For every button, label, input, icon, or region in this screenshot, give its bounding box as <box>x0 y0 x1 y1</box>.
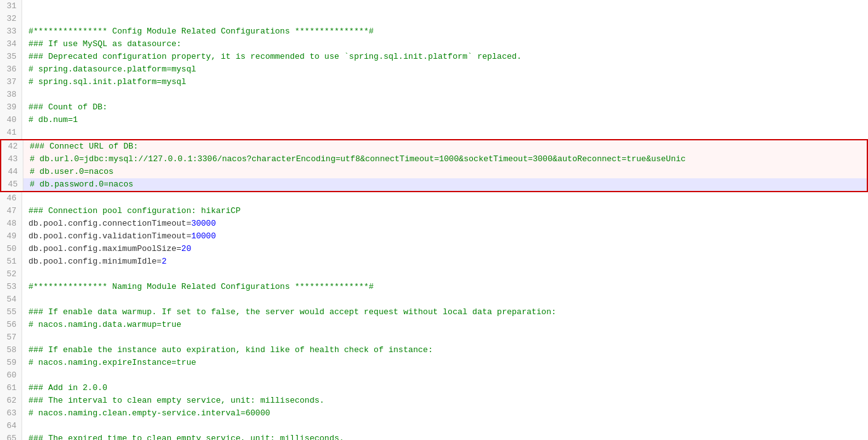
line-number: 55 <box>0 306 22 319</box>
line-text: # spring.datasource.platform=mysql <box>22 63 868 76</box>
line-number: 48 <box>0 217 22 230</box>
line-text <box>22 13 868 25</box>
line-text <box>22 0 868 13</box>
code-line[interactable]: 54 <box>0 293 868 306</box>
code-line[interactable]: 56# nacos.naming.data.warmup=true <box>0 319 868 331</box>
line-text: #*************** Naming Module Related C… <box>22 281 868 293</box>
code-line[interactable]: 35### Deprecated configuration property,… <box>0 51 868 63</box>
line-number: 37 <box>0 76 22 89</box>
line-text <box>22 192 868 205</box>
line-text <box>22 293 868 306</box>
code-line[interactable]: 32 <box>0 13 868 25</box>
line-text: # nacos.naming.expireInstance=true <box>22 357 868 369</box>
code-line[interactable]: 46 <box>0 192 868 205</box>
code-line[interactable]: 42### Connect URL of DB: <box>0 139 868 153</box>
line-number: 38 <box>0 89 22 101</box>
line-number: 65 <box>0 432 22 440</box>
code-line[interactable]: 50db.pool.config.maximumPoolSize=20 <box>0 243 868 255</box>
code-line[interactable]: 45# db.password.0=nacos <box>0 178 868 192</box>
line-number: 46 <box>0 192 22 205</box>
code-line[interactable]: 44# db.user.0=nacos <box>0 166 868 178</box>
code-line[interactable]: 63# nacos.naming.clean.empty-service.int… <box>0 407 868 420</box>
line-number: 49 <box>0 230 22 243</box>
line-text: #*************** Config Module Related C… <box>22 25 868 38</box>
line-text: ### Connect URL of DB: <box>23 140 867 153</box>
line-text <box>22 331 868 344</box>
code-line[interactable]: 60 <box>0 369 868 382</box>
code-line[interactable]: 48db.pool.config.connectionTimeout=30000 <box>0 217 868 230</box>
line-text: # spring.sql.init.platform=mysql <box>22 76 868 89</box>
line-number: 33 <box>0 25 22 38</box>
line-text: ### Deprecated configuration property, i… <box>22 51 868 63</box>
line-number: 47 <box>0 205 22 217</box>
line-number: 42 <box>1 140 23 153</box>
code-line[interactable]: 65### The expired time to clean empty se… <box>0 432 868 440</box>
code-line[interactable]: 52 <box>0 268 868 281</box>
line-number: 51 <box>0 255 22 268</box>
code-line[interactable]: 64 <box>0 420 868 432</box>
line-text: # nacos.naming.data.warmup=true <box>22 319 868 331</box>
line-number: 39 <box>0 101 22 114</box>
line-number: 58 <box>0 344 22 357</box>
line-number: 50 <box>0 243 22 255</box>
line-number: 54 <box>0 293 22 306</box>
line-text: ### If enable the instance auto expirati… <box>22 344 868 357</box>
line-text: ### The interval to clean empty service,… <box>22 394 868 407</box>
line-number: 56 <box>0 319 22 331</box>
line-number: 60 <box>0 369 22 382</box>
code-line[interactable]: 38 <box>0 89 868 101</box>
line-number: 62 <box>0 394 22 407</box>
line-text: # nacos.naming.clean.empty-service.inter… <box>22 407 868 420</box>
line-text: db.pool.config.maximumPoolSize=20 <box>22 243 868 255</box>
line-number: 64 <box>0 420 22 432</box>
line-text <box>22 420 868 432</box>
line-text: # db.num=1 <box>22 114 868 126</box>
code-editor: 31 32 33#*************** Config Module R… <box>0 0 868 440</box>
code-line[interactable]: 47### Connection pool configuration: hik… <box>0 205 868 217</box>
line-number: 57 <box>0 331 22 344</box>
code-line[interactable]: 39### Count of DB: <box>0 101 868 114</box>
code-line[interactable]: 58### If enable the instance auto expira… <box>0 344 868 357</box>
line-text: db.pool.config.connectionTimeout=30000 <box>22 217 868 230</box>
line-text: ### Connection pool configuration: hikar… <box>22 205 868 217</box>
code-line[interactable]: 41 <box>0 126 868 139</box>
code-line[interactable]: 61### Add in 2.0.0 <box>0 382 868 394</box>
line-number: 59 <box>0 357 22 369</box>
line-number: 40 <box>0 114 22 126</box>
line-text <box>22 89 868 101</box>
code-line[interactable]: 55### If enable data warmup. If set to f… <box>0 306 868 319</box>
line-text <box>22 268 868 281</box>
line-text: # db.password.0=nacos <box>23 178 867 191</box>
line-text: # db.url.0=jdbc:mysql://127.0.0.1:3306/n… <box>23 153 867 166</box>
line-text: db.pool.config.validationTimeout=10000 <box>22 230 868 243</box>
line-text: ### If enable data warmup. If set to fal… <box>22 306 868 319</box>
code-line[interactable]: 43# db.url.0=jdbc:mysql://127.0.0.1:3306… <box>0 153 868 166</box>
code-line[interactable]: 37# spring.sql.init.platform=mysql <box>0 76 868 89</box>
code-line[interactable]: 33#*************** Config Module Related… <box>0 25 868 38</box>
line-number: 32 <box>0 13 22 25</box>
code-line[interactable]: 31 <box>0 0 868 13</box>
line-number: 44 <box>1 166 23 178</box>
code-line[interactable]: 57 <box>0 331 868 344</box>
code-line[interactable]: 59# nacos.naming.expireInstance=true <box>0 357 868 369</box>
line-text: ### If use MySQL as datasource: <box>22 38 868 51</box>
line-text: ### Count of DB: <box>22 101 868 114</box>
line-text <box>22 369 868 382</box>
line-number: 31 <box>0 0 22 13</box>
line-number: 35 <box>0 51 22 63</box>
code-line[interactable]: 36# spring.datasource.platform=mysql <box>0 63 868 76</box>
line-number: 61 <box>0 382 22 394</box>
code-line[interactable]: 53#*************** Naming Module Related… <box>0 281 868 293</box>
code-line[interactable]: 62### The interval to clean empty servic… <box>0 394 868 407</box>
line-text: # db.user.0=nacos <box>23 166 867 178</box>
line-number: 36 <box>0 63 22 76</box>
line-text <box>22 126 868 139</box>
line-text: ### Add in 2.0.0 <box>22 382 868 394</box>
code-line[interactable]: 49db.pool.config.validationTimeout=10000 <box>0 230 868 243</box>
code-line[interactable]: 40# db.num=1 <box>0 114 868 126</box>
line-number: 53 <box>0 281 22 293</box>
code-line[interactable]: 34### If use MySQL as datasource: <box>0 38 868 51</box>
line-text: db.pool.config.minimumIdle=2 <box>22 255 868 268</box>
code-line[interactable]: 51db.pool.config.minimumIdle=2 <box>0 255 868 268</box>
line-number: 45 <box>1 178 23 191</box>
